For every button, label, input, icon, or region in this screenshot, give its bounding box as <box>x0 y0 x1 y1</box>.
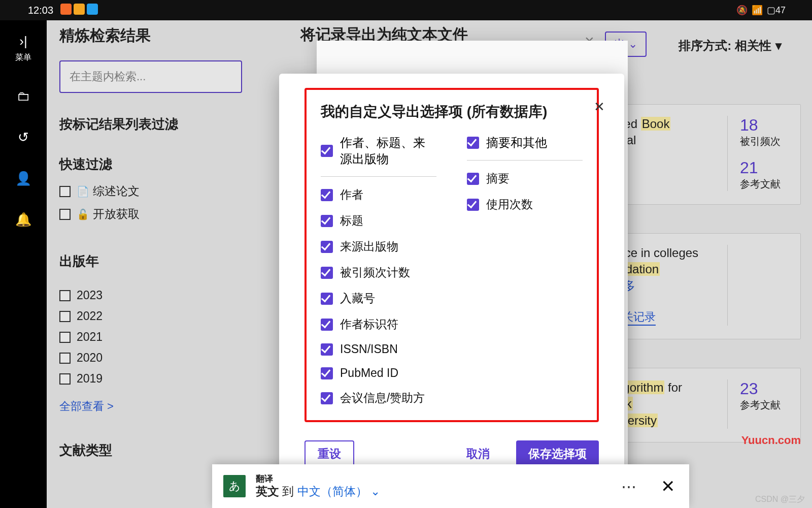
reset-button[interactable]: 重设 <box>304 440 354 467</box>
more-options-icon[interactable]: ⋯ <box>621 478 637 495</box>
checkbox-checked-icon <box>321 241 333 253</box>
close-translate-icon[interactable]: ✕ <box>661 476 675 496</box>
modal-title: 我的自定义导出选择项 (所有数据库) <box>321 102 583 121</box>
opt-usage-count[interactable]: 使用次数 <box>467 197 583 212</box>
chevron-down-icon[interactable]: ⌄ <box>370 485 380 498</box>
translate-from[interactable]: 英文 <box>256 485 279 498</box>
opt-source[interactable]: 来源出版物 <box>321 239 436 255</box>
app-left-rail: ›| 菜单 🗀 ↺ 👤 🔔 <box>0 20 47 508</box>
mute-icon: 🔕 <box>736 5 748 16</box>
translate-title: 翻译 <box>256 473 611 484</box>
profile-icon: 👤 <box>15 171 31 186</box>
cancel-button[interactable]: 取消 <box>454 440 502 467</box>
battery-icon: ▢47 <box>767 5 786 16</box>
status-time: 12:03 <box>28 5 53 16</box>
rail-menu[interactable]: ›| 菜单 <box>15 34 31 63</box>
checkbox-checked-icon <box>321 145 333 157</box>
close-icon[interactable]: ✕ <box>594 99 605 115</box>
checkbox-checked-icon <box>321 293 333 305</box>
opt-abstract[interactable]: 摘要 <box>467 171 583 186</box>
rail-folder[interactable]: 🗀 <box>17 88 30 104</box>
checkbox-checked-icon <box>321 189 333 201</box>
opt-author[interactable]: 作者 <box>321 187 436 203</box>
rail-history[interactable]: ↺ <box>18 130 29 145</box>
translate-icon: あ <box>223 475 246 497</box>
checkbox-checked-icon <box>467 137 479 149</box>
device-status-bar: 12:03 🔕 📶 ▢47 <box>0 0 812 20</box>
rail-alerts[interactable]: 🔔 <box>15 212 31 228</box>
opt-title[interactable]: 标题 <box>321 213 436 229</box>
translate-bar: あ 翻译 英文 到 中文（简体） ⌄ ⋯ ✕ <box>212 464 689 508</box>
right-column: 摘要和其他 摘要 使用次数 <box>467 135 583 406</box>
opt-pubmed-id[interactable]: PubMed ID <box>321 366 436 380</box>
opt-issn-isbn[interactable]: ISSN/ISBN <box>321 342 436 356</box>
watermark-yuucn: Yuucn.com <box>741 434 801 447</box>
translate-to[interactable]: 中文（简体） <box>297 485 367 498</box>
status-app-icons <box>58 4 98 17</box>
history-icon: ↺ <box>18 130 29 145</box>
bell-icon: 🔔 <box>15 212 31 228</box>
opt-times-cited[interactable]: 被引频次计数 <box>321 265 436 280</box>
checkbox-checked-icon <box>467 199 479 211</box>
folder-icon: 🗀 <box>17 88 30 104</box>
checkbox-checked-icon <box>321 367 333 379</box>
rail-profile[interactable]: 👤 <box>15 171 31 186</box>
checkbox-checked-icon <box>321 215 333 227</box>
page-body: 将记录导出为纯文本文件 × 出 ⌄ 排序方式: 相关性 ▾ 精炼检索结果 在主题… <box>47 20 812 508</box>
group-author-title-source[interactable]: 作者、标题、来源出版物 <box>321 135 436 177</box>
expand-icon: ›| <box>19 34 27 49</box>
opt-conference[interactable]: 会议信息/赞助方 <box>321 390 436 406</box>
save-selection-button[interactable]: 保存选择项 <box>516 440 599 467</box>
checkbox-checked-icon <box>321 343 333 356</box>
left-column: 作者、标题、来源出版物 作者 标题 来源出版物 被引频次计数 入藏号 作者标识符… <box>321 135 436 406</box>
wifi-icon: 📶 <box>752 5 763 16</box>
group-abstract-other[interactable]: 摘要和其他 <box>467 135 583 161</box>
highlighted-region: 我的自定义导出选择项 (所有数据库) 作者、标题、来源出版物 作者 标题 来源出… <box>304 88 599 422</box>
checkbox-checked-icon <box>467 173 479 185</box>
checkbox-checked-icon <box>321 392 333 404</box>
rail-menu-label: 菜单 <box>15 52 31 63</box>
checkbox-checked-icon <box>321 319 333 331</box>
custom-export-modal: ✕ 我的自定义导出选择项 (所有数据库) 作者、标题、来源出版物 作者 标题 <box>279 74 624 484</box>
watermark-csdn: CSDN @三夕 <box>755 494 805 505</box>
opt-author-id[interactable]: 作者标识符 <box>321 316 436 332</box>
opt-accession[interactable]: 入藏号 <box>321 291 436 306</box>
checkbox-checked-icon <box>321 267 333 279</box>
